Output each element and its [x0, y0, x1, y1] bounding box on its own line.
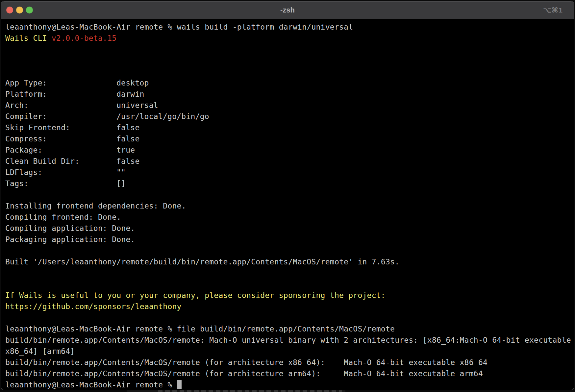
window-shortcut-label: ⌥⌘1: [543, 6, 563, 14]
terminal-line: Tags:[]: [5, 178, 574, 189]
zoom-button[interactable]: [26, 7, 33, 13]
terminal-line: Clean Build Dir:false: [5, 156, 574, 167]
terminal-text: leaanthony@Leas-MacBook-Air remote %: [5, 380, 177, 389]
terminal-line: x86_64] [arm64]: [5, 346, 574, 357]
terminal-text: https://github.com/sponsors/leaanthony: [5, 302, 182, 311]
terminal-text: v2.0.0-beta.15: [52, 34, 116, 42]
terminal-line: Packaging application: Done.: [5, 234, 574, 245]
terminal-text: Packaging application: Done.: [5, 235, 135, 244]
terminal-text: Compiling frontend: Done.: [5, 213, 121, 221]
terminal-line: [5, 189, 574, 200]
terminal-text: If Wails is useful to you or your compan…: [5, 291, 386, 300]
terminal-line: [5, 44, 574, 55]
terminal-text: leaanthony@Leas-MacBook-Air remote % wai…: [5, 23, 353, 31]
terminal-line: leaanthony@Leas-MacBook-Air remote % fil…: [5, 323, 574, 334]
close-button[interactable]: [6, 7, 13, 13]
config-label: App Type:: [5, 77, 116, 88]
terminal-line: Installing frontend dependencies: Done.: [5, 200, 574, 211]
terminal-line: [5, 279, 574, 290]
terminal-line: If Wails is useful to you or your compan…: [5, 290, 574, 301]
config-value: true: [116, 146, 135, 154]
terminal-line: Wails CLI v2.0.0-beta.15: [5, 33, 574, 44]
config-value: false: [116, 135, 140, 143]
config-label: LDFlags:: [5, 167, 116, 178]
terminal-text: build/bin/remote.app/Contents/MacOS/remo…: [5, 358, 488, 367]
terminal-text: Compiling application: Done.: [5, 224, 135, 233]
terminal-line: Arch:universal: [5, 100, 574, 111]
terminal-line: build/bin/remote.app/Contents/MacOS/remo…: [5, 368, 574, 379]
background-window-strip: [127, 390, 345, 392]
minimize-button[interactable]: [16, 7, 23, 13]
terminal-text: leaanthony@Leas-MacBook-Air remote % fil…: [5, 325, 395, 333]
config-value: false: [116, 157, 140, 165]
terminal-line: Package:true: [5, 144, 574, 156]
terminal-text: Installing frontend dependencies: Done.: [5, 202, 186, 210]
config-label: Compiler:: [5, 111, 116, 122]
config-label: Package:: [5, 144, 116, 156]
config-value: "": [116, 168, 126, 177]
terminal-line: [5, 55, 574, 66]
config-label: Skip Frontend:: [5, 122, 116, 133]
terminal-text: build/bin/remote.app/Contents/MacOS/remo…: [5, 336, 571, 344]
traffic-lights: [1, 7, 33, 13]
terminal-line: build/bin/remote.app/Contents/MacOS/remo…: [5, 334, 574, 346]
terminal-line: Skip Frontend:false: [5, 122, 574, 133]
terminal-line: [5, 66, 574, 77]
terminal-line: App Type:desktop: [5, 77, 574, 88]
config-value: darwin: [116, 90, 144, 98]
config-value: universal: [116, 101, 158, 110]
config-label: Platform:: [5, 88, 116, 100]
terminal-line: Built '/Users/leaanthony/remote/build/bi…: [5, 256, 574, 267]
config-label: Arch:: [5, 100, 116, 111]
terminal-text: Built '/Users/leaanthony/remote/build/bi…: [5, 257, 399, 266]
window-title: -zsh: [1, 6, 574, 14]
config-value: false: [116, 123, 140, 132]
terminal-text: build/bin/remote.app/Contents/MacOS/remo…: [5, 369, 483, 378]
terminal-line: [5, 312, 574, 323]
terminal-line: LDFlags:"": [5, 167, 574, 178]
terminal-line: Platform:darwin: [5, 88, 574, 100]
config-label: Tags:: [5, 178, 116, 189]
terminal-window: -zsh ⌥⌘1 leaanthony@Leas-MacBook-Air rem…: [1, 1, 574, 390]
config-label: Compress:: [5, 133, 116, 144]
config-value: []: [116, 179, 126, 188]
background-window-text-fragment: [158, 390, 342, 392]
config-value: desktop: [116, 79, 149, 87]
terminal-line: leaanthony@Leas-MacBook-Air remote % wai…: [5, 21, 574, 33]
terminal-cursor: [177, 380, 182, 389]
terminal-text: Wails CLI: [5, 34, 52, 42]
terminal-line: [5, 267, 574, 279]
terminal-line: Compiler:/usr/local/go/bin/go: [5, 111, 574, 122]
terminal-line: Compiling frontend: Done.: [5, 211, 574, 223]
config-label: Clean Build Dir:: [5, 156, 116, 167]
terminal-line: [5, 245, 574, 256]
config-value: /usr/local/go/bin/go: [116, 112, 209, 121]
terminal-line: leaanthony@Leas-MacBook-Air remote %: [5, 379, 574, 390]
title-bar[interactable]: -zsh ⌥⌘1: [1, 1, 574, 19]
terminal-line: Compiling application: Done.: [5, 223, 574, 234]
terminal-text: x86_64] [arm64]: [5, 347, 75, 355]
terminal-line: https://github.com/sponsors/leaanthony: [5, 301, 574, 312]
terminal-output[interactable]: leaanthony@Leas-MacBook-Air remote % wai…: [1, 19, 574, 390]
terminal-line: build/bin/remote.app/Contents/MacOS/remo…: [5, 357, 574, 368]
terminal-line: Compress:false: [5, 133, 574, 144]
